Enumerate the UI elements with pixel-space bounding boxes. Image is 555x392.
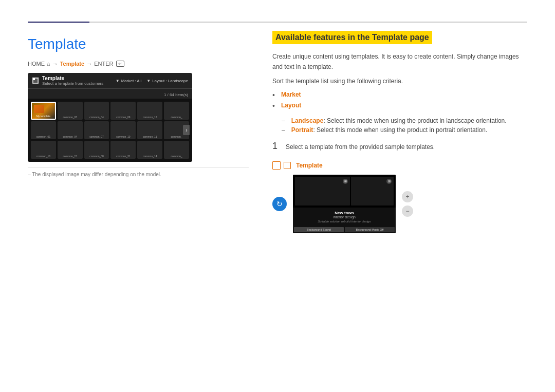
bg-sound-btn[interactable]: Background Sound <box>294 227 344 232</box>
screen-title-text: Template <box>42 76 103 81</box>
page-title: Template <box>28 36 249 52</box>
step-1-row: 1 Select a template from the provided sa… <box>272 140 527 153</box>
grid-item[interactable]: common_04 <box>84 102 109 120</box>
portrait-term: Portrait <box>291 126 313 134</box>
breadcrumb-arrow2: → <box>86 61 92 67</box>
breadcrumb-home: HOME <box>28 61 45 67</box>
preview-frame-inner: ⊞ ⊞ <box>293 175 396 208</box>
top-rule-accent <box>28 22 89 23</box>
bg-music-value: Off <box>380 228 383 231</box>
preview-info: New town interior design Suitable soluti… <box>293 208 396 225</box>
market-control: ▼ Market : All <box>116 79 142 83</box>
grid-item[interactable]: common_ <box>164 141 189 159</box>
grid-item[interactable]: common_10 <box>110 121 136 139</box>
preview-buttons-row: Background Sound Background Music Off <box>293 227 396 233</box>
screen-grid: My template common_03 common_04 common_0… <box>28 99 192 162</box>
landscape-term: Landscape <box>291 117 324 124</box>
breadcrumb: HOME ⌂ → Template → ENTER <box>28 61 249 67</box>
breadcrumb-current: Template <box>60 61 84 67</box>
bg-music-btn[interactable]: Background Music Off <box>345 227 395 232</box>
screen-note: – The displayed image may differ dependi… <box>28 167 249 177</box>
grid-item[interactable]: common_08 <box>84 141 109 159</box>
screen-header-left: Template Select a template from customer… <box>32 76 103 86</box>
preview-side-panel: ⊞ <box>351 177 394 206</box>
template-screen-mockup: Template Select a template from customer… <box>28 73 192 162</box>
landscape-desc: : Select this mode when using the produc… <box>323 117 506 124</box>
feature-title: Available features in the Template page <box>272 31 432 44</box>
sub-bullet-landscape: Landscape: Select this mode when using t… <box>282 116 527 125</box>
grid-item[interactable]: common_31 <box>110 141 136 159</box>
breadcrumb-arrow1: → <box>52 61 58 67</box>
grid-item[interactable]: common_10 <box>31 141 56 159</box>
bullet-list: Market Layout <box>272 90 527 111</box>
market-term: Market <box>281 91 301 98</box>
preview-sub-title: interior design <box>295 215 394 219</box>
preview-frame: ⊞ ⊞ New town interior design Suitable so… <box>293 175 396 233</box>
sub-bullet-portrait: Portrait: Select this mode when using th… <box>282 125 527 135</box>
refresh-button[interactable]: ↻ <box>272 197 287 211</box>
screen-subtitle: Select a template from customers <box>42 81 103 86</box>
preview-main-panel: ⊞ <box>295 177 350 206</box>
layout-term: Layout <box>281 102 301 109</box>
preview-panel-icon-1: ⊞ <box>343 179 348 184</box>
template-preview-label: Template <box>272 161 527 170</box>
grid-item-my-template[interactable]: My template <box>31 102 56 120</box>
bullet-layout: Layout <box>272 101 527 111</box>
grid-item[interactable]: common_11 <box>137 121 162 139</box>
screen-count: 1 / 64 Item(s) <box>164 92 188 97</box>
grid-item[interactable]: common_03 <box>58 102 83 120</box>
side-btn-down[interactable]: − <box>402 206 413 217</box>
preview-panel-icon-2: ⊞ <box>386 179 392 184</box>
grid-item[interactable]: common_04 <box>58 121 83 139</box>
screen-header: Template Select a template from customer… <box>28 73 192 89</box>
grid-item[interactable]: common_14 <box>137 141 162 159</box>
grid-item[interactable]: common_ <box>164 102 189 120</box>
home-icon: ⌂ <box>47 61 50 67</box>
svg-rect-1 <box>33 78 35 80</box>
step-1-text: Select a template from the provided samp… <box>286 140 435 152</box>
grid-item[interactable]: common_15 <box>58 141 83 159</box>
sort-text: Sort the template list using the followi… <box>272 78 527 85</box>
breadcrumb-enter: ENTER <box>94 61 113 67</box>
next-button[interactable]: › <box>183 125 190 135</box>
screen-title-block: Template Select a template from customer… <box>42 76 103 86</box>
layout-control: ▼ Layout : Landscape <box>146 79 188 83</box>
left-column: Template HOME ⌂ → Template → ENTER Templ… <box>28 36 249 177</box>
template-preview-icon <box>284 162 291 169</box>
portrait-desc: : Select this mode when using the produc… <box>313 126 487 134</box>
side-btn-up[interactable]: + <box>402 191 413 202</box>
grid-item-label: My template <box>36 115 50 118</box>
preview-main-title: New town <box>295 211 394 215</box>
right-column: Available features in the Template page … <box>272 31 527 233</box>
screen-controls: ▼ Market : All ▼ Layout : Landscape <box>116 79 188 83</box>
side-controls: + − <box>402 191 413 217</box>
preview-container: ↻ ⊞ ⊞ New town interior design Suitable … <box>272 175 527 233</box>
template-icon-small <box>32 77 39 84</box>
enter-icon <box>116 61 124 67</box>
grid-item[interactable]: common_12 <box>137 102 162 120</box>
sub-bullet-list: Landscape: Select this mode when using t… <box>282 116 527 135</box>
step-number-1: 1 <box>272 140 281 153</box>
bullet-market: Market <box>272 90 527 101</box>
grid-item[interactable]: common_01 <box>31 121 56 139</box>
preview-small-subtitle: Suitable solution rebulid Interior desig… <box>295 220 394 223</box>
feature-description: Create unique content using templates. I… <box>272 51 527 72</box>
top-rule <box>28 22 527 23</box>
grid-item[interactable]: common_07 <box>84 121 109 139</box>
template-preview-section: Template ↻ ⊞ ⊞ New town interior design … <box>272 161 527 233</box>
grid-item[interactable]: common_09 <box>110 102 136 120</box>
